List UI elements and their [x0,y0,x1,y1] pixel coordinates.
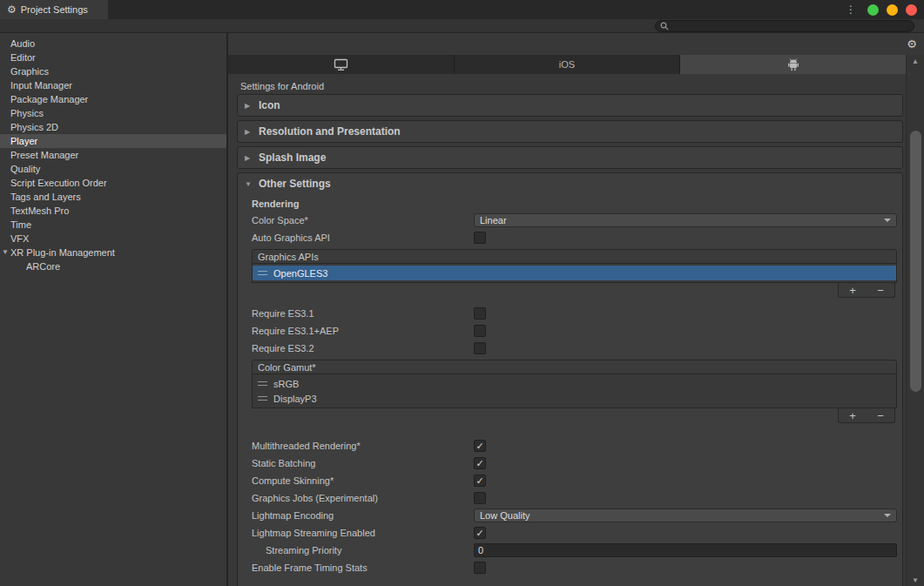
field-label: Require ES3.1+AEP [252,326,474,336]
sidebar-item-time[interactable]: Time [0,218,226,232]
color-space-dropdown[interactable]: Linear [474,213,897,227]
sidebar-item-audio[interactable]: Audio [0,37,226,51]
row-streaming-priority: Streaming Priority [252,542,897,559]
chevron-right-icon: ▶ [245,154,253,162]
row-require-es31-aep: Require ES3.1+AEP [252,322,897,340]
scrollbar-thumb[interactable] [910,131,921,392]
sidebar-item-graphics[interactable]: Graphics [0,64,226,78]
auto-graphics-api-checkbox[interactable] [474,232,486,244]
drag-handle-icon[interactable] [258,396,267,401]
section-title: Other Settings [259,178,331,190]
multithreaded-rendering-checkbox[interactable]: ✓ [474,440,486,452]
scroll-up-icon[interactable]: ▲ [907,57,924,65]
kebab-menu-icon[interactable]: ⋮ [846,3,856,16]
section-title: Splash Image [259,152,326,164]
sidebar-item-arcore[interactable]: ARCore [0,259,226,273]
section-title: Resolution and Presentation [259,125,401,138]
require-es32-checkbox[interactable] [474,342,486,354]
lightmap-encoding-dropdown[interactable]: Low Quality [474,509,897,522]
field-label: Lightmap Encoding [252,510,474,521]
row-require-es31: Require ES3.1 [252,305,897,322]
sidebar-item-tags-and-layers[interactable]: Tags and Layers [0,190,226,204]
sidebar-item-editor[interactable]: Editor [0,51,226,64]
traffic-light-red[interactable] [906,4,917,16]
chevron-down-icon [884,514,891,517]
sidebar-item-xr-plugin-management[interactable]: ▼ XR Plug-in Management [0,246,226,259]
rendering-heading: Rendering [252,196,897,212]
monitor-icon [334,58,348,71]
field-label: Streaming Priority [252,545,474,556]
sidebar-item-label: XR Plug-in Management [10,247,115,258]
frame-timing-stats-checkbox[interactable] [474,562,486,574]
color-gamut-list-header: Color Gamut* [252,360,897,374]
scroll-down-icon[interactable]: ▼ [907,576,924,584]
dropdown-value: Low Quality [480,510,884,521]
field-label: Auto Graphics API [252,232,474,243]
search-icon [660,22,669,30]
drag-handle-icon[interactable] [258,271,267,275]
sidebar-item-textmesh-pro[interactable]: TextMesh Pro [0,204,226,218]
graphics-apis-list: Graphics APIs OpenGLES3 [252,249,897,283]
compute-skinning-checkbox[interactable]: ✓ [474,475,486,487]
player-settings-panel: iOS Settings for Android ▶ Icon [228,33,906,586]
row-require-es32: Require ES3.2 [252,340,897,357]
vertical-scrollbar[interactable]: ▲ ▼ [906,55,924,586]
section-splash-image[interactable]: ▶ Splash Image [237,146,903,169]
field-label: Compute Skinning* [252,475,474,486]
remove-button[interactable]: − [867,408,894,422]
android-robot-icon [787,58,799,71]
list-item-label: sRGB [273,379,299,389]
search-input[interactable] [672,21,909,31]
field-label: Enable Frame Timing Stats [252,562,474,573]
chevron-down-icon [884,219,891,222]
settings-content: ▶ Icon ▶ Resolution and Presentation ▶ S… [228,94,906,586]
section-title: Icon [259,99,280,111]
other-settings-header[interactable]: ▼ Other Settings [238,173,902,194]
sidebar-item-preset-manager[interactable]: Preset Manager [0,148,226,162]
settings-category-sidebar: Audio Editor Graphics Input Manager Pack… [0,33,226,586]
section-icon[interactable]: ▶ Icon [237,94,903,117]
row-auto-graphics-api: Auto Graphics API [252,229,897,246]
chevron-down-icon[interactable]: ▼ [2,246,9,259]
sidebar-item-script-execution-order[interactable]: Script Execution Order [0,176,226,190]
list-item-srgb[interactable]: sRGB [253,376,896,391]
sidebar-item-physics-2d[interactable]: Physics 2D [0,120,226,134]
sidebar-item-physics[interactable]: Physics [0,106,226,120]
gear-icon[interactable]: ⚙ [907,38,917,50]
sidebar-item-player[interactable]: Player [0,134,226,148]
traffic-light-green[interactable] [867,4,879,16]
sidebar-item-input-manager[interactable]: Input Manager [0,78,226,92]
tab-ios[interactable]: iOS [455,55,680,74]
add-button[interactable]: + [839,283,867,297]
field-label: Require ES3.1 [252,308,474,319]
remove-button[interactable]: − [867,283,894,297]
add-button[interactable]: + [839,408,867,422]
graphics-jobs-checkbox[interactable] [474,492,486,504]
require-es31-checkbox[interactable] [474,307,486,320]
settings-for-label: Settings for Android [240,81,324,91]
search-box[interactable] [655,20,914,32]
static-batching-checkbox[interactable]: ✓ [474,457,486,469]
project-settings-window-tab[interactable]: ⚙ Project Settings [0,0,108,19]
graphics-apis-list-header: Graphics APIs [252,249,897,264]
require-es31-aep-checkbox[interactable] [474,325,486,337]
sidebar-item-quality[interactable]: Quality [0,162,226,176]
streaming-priority-input[interactable] [474,543,897,557]
drag-handle-icon[interactable] [258,381,267,386]
toolbar [0,19,924,33]
chevron-down-icon: ▼ [245,180,253,188]
list-item-displayp3[interactable]: DisplayP3 [253,391,896,406]
sidebar-item-package-manager[interactable]: Package Manager [0,92,226,106]
row-static-batching: Static Batching ✓ [252,455,897,472]
lightmap-streaming-checkbox[interactable]: ✓ [474,527,486,539]
section-resolution-and-presentation[interactable]: ▶ Resolution and Presentation [237,120,903,143]
list-title: Graphics APIs [258,252,319,262]
platform-tabstrip: iOS [228,55,906,74]
traffic-light-yellow[interactable] [887,4,898,16]
sidebar-item-vfx[interactable]: VFX [0,232,226,246]
tab-android[interactable] [680,55,906,74]
list-item-opengles3[interactable]: OpenGLES3 [253,266,896,280]
row-lightmap-streaming: Lightmap Streaming Enabled ✓ [252,524,897,542]
tab-standalone[interactable] [228,55,454,74]
color-gamut-list-footer: + − [838,408,895,423]
